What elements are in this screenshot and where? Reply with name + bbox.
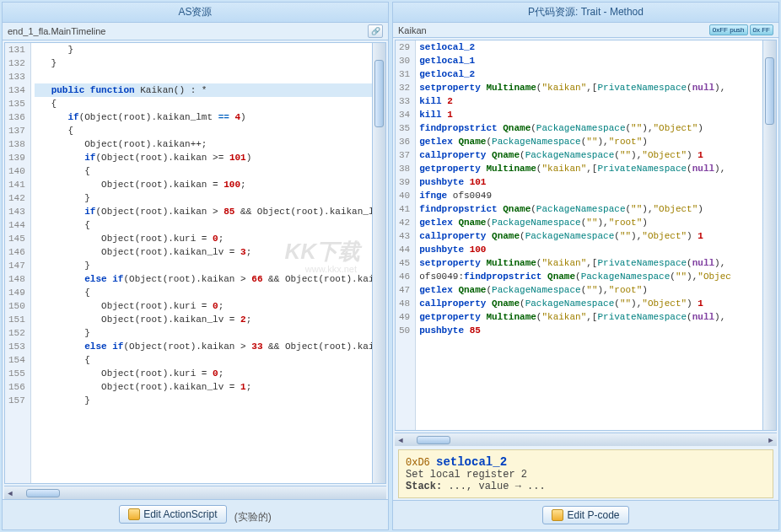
- code-line[interactable]: {: [35, 353, 385, 367]
- edit-as-label: Edit ActionScript: [143, 508, 217, 520]
- as-hscroll[interactable]: ◄: [4, 486, 386, 499]
- pcode-footer: Edit P-code: [393, 500, 778, 529]
- scrollbar-thumb[interactable]: [765, 57, 774, 125]
- code-line[interactable]: Object(root).kuri = 0;: [35, 367, 385, 380]
- edit-icon: [552, 509, 563, 521]
- pcode-panel-title: P代码资源: Trait - Method: [393, 3, 778, 23]
- code-line[interactable]: if(Object(root).kaikan > 85 && Object(ro…: [35, 205, 385, 218]
- pcode-line[interactable]: getlex Qname(PackageNamespace(""),"root"…: [419, 216, 776, 229]
- pcode-line[interactable]: findpropstrict Qname(PackageNamespace(""…: [419, 202, 776, 216]
- code-line[interactable]: }: [35, 191, 385, 205]
- code-line[interactable]: {: [35, 218, 385, 232]
- pcode-line[interactable]: getproperty Multiname("kaikan",[PrivateN…: [419, 310, 776, 324]
- pcode-line[interactable]: pushbyte 85: [419, 324, 776, 337]
- pcode-line[interactable]: callproperty Qname(PackageNamespace(""),…: [419, 229, 776, 243]
- pcode-line[interactable]: pushbyte 101: [419, 175, 776, 189]
- pcode-line[interactable]: getlocal_2: [419, 67, 776, 81]
- code-line[interactable]: if(Object(root).kaikan >= 101): [35, 151, 385, 164]
- info-stack-label: Stack:: [406, 481, 442, 492]
- as-footer: Edit ActionScript (实验的): [3, 499, 388, 529]
- code-line[interactable]: }: [35, 56, 385, 70]
- pcode-line[interactable]: ofs0049:findpropstrict Qname(PackageName…: [419, 270, 776, 283]
- pcode-sub-header: Kaikan 0xFF push0x FF: [393, 23, 778, 38]
- code-line[interactable]: if(Object(root).kaikan_lmt == 4): [35, 110, 385, 124]
- pcode-code-area[interactable]: 2930313233343536373839404142434445464748…: [395, 40, 777, 431]
- pcode-line[interactable]: ifnge ofs0049: [419, 189, 776, 202]
- pcode-line[interactable]: setproperty Multiname("kaikan",[PrivateN…: [419, 81, 776, 94]
- pcode-line[interactable]: getlocal_1: [419, 54, 776, 67]
- as-panel-title: AS资源: [3, 3, 388, 23]
- code-line[interactable]: }: [35, 326, 385, 340]
- code-line[interactable]: Object(root).kuri = 0;: [35, 232, 385, 245]
- as-sub-header: end_1_fla.MainTimeline 🔗: [3, 23, 388, 40]
- edit-pcode-button[interactable]: Edit P-code: [542, 506, 628, 524]
- edit-icon: [128, 508, 140, 520]
- info-offset: 0xD6: [406, 457, 430, 469]
- scrollbar-thumb[interactable]: [374, 60, 384, 127]
- pcode-code[interactable]: setlocal_2getlocal_1getlocal_2setpropert…: [416, 40, 776, 430]
- code-line[interactable]: }: [35, 259, 385, 272]
- hex-toggle-button[interactable]: 0x FF: [750, 24, 773, 35]
- pcode-line[interactable]: callproperty Qname(PackageNamespace(""),…: [419, 148, 776, 162]
- pcode-hscroll[interactable]: ◄►: [395, 433, 777, 446]
- code-line[interactable]: else if(Object(root).kaikan > 66 && Obje…: [35, 272, 385, 286]
- code-line[interactable]: {: [35, 164, 385, 178]
- as-source-panel: AS资源 end_1_fla.MainTimeline 🔗 1311321331…: [2, 2, 389, 530]
- pcode-line[interactable]: kill 1: [419, 108, 776, 121]
- pcode-line[interactable]: callproperty Qname(PackageNamespace(""),…: [419, 297, 776, 310]
- code-line[interactable]: Object(root).kaikan_lv = 2;: [35, 313, 385, 326]
- code-line[interactable]: {: [35, 124, 385, 137]
- code-line[interactable]: Object(root).kaikan_lv = 3;: [35, 245, 385, 259]
- instruction-info-box: 0xD6 setlocal_2 Set local register 2 Sta…: [398, 449, 773, 498]
- pcode-vscroll[interactable]: [762, 40, 776, 430]
- hex-buttons: 0xFF push0x FF: [709, 24, 773, 35]
- info-description: Set local register 2: [406, 469, 766, 481]
- code-line[interactable]: public function Kaikan() : *: [35, 83, 385, 97]
- as-gutter: 1311321331341351361371381391401411421431…: [5, 43, 31, 483]
- code-line[interactable]: [35, 70, 385, 83]
- hex-toggle-button[interactable]: 0xFF push: [709, 24, 748, 35]
- code-line[interactable]: Object(root).kaikan = 100;: [35, 178, 385, 191]
- edit-actionscript-button[interactable]: Edit ActionScript: [119, 505, 226, 524]
- info-instruction: setlocal_2: [436, 455, 507, 469]
- pcode-line[interactable]: pushbyte 100: [419, 243, 776, 256]
- scrollbar-thumb[interactable]: [26, 489, 60, 497]
- pcode-line[interactable]: kill 2: [419, 94, 776, 108]
- as-code-area[interactable]: 1311321331341351361371381391401411421431…: [4, 42, 386, 484]
- code-line[interactable]: Object(root).kuri = 0;: [35, 299, 385, 313]
- code-line[interactable]: }: [35, 394, 385, 407]
- as-class-path: end_1_fla.MainTimeline: [8, 26, 105, 36]
- edit-pcode-label: Edit P-code: [567, 509, 619, 521]
- pcode-gutter: 2930313233343536373839404142434445464748…: [396, 40, 416, 430]
- pcode-line[interactable]: getlex Qname(PackageNamespace(""),"root"…: [419, 135, 776, 148]
- pcode-line[interactable]: getproperty Multiname("kaikan",[PrivateN…: [419, 162, 776, 175]
- code-line[interactable]: }: [35, 43, 385, 56]
- pcode-method-name: Kaikan: [398, 25, 427, 35]
- pcode-line[interactable]: setlocal_2: [419, 40, 776, 54]
- pcode-line[interactable]: setproperty Multiname("kaikan",[PrivateN…: [419, 256, 776, 270]
- as-code[interactable]: } } public function Kaikan() : * { if(Ob…: [31, 43, 385, 483]
- code-line[interactable]: Object(root).kaikan_lv = 1;: [35, 380, 385, 394]
- pcode-line[interactable]: findpropstrict Qname(PackageNamespace(""…: [419, 121, 776, 135]
- code-line[interactable]: else if(Object(root).kaikan > 33 && Obje…: [35, 340, 385, 353]
- pcode-line[interactable]: getlex Qname(PackageNamespace(""),"root"…: [419, 283, 776, 297]
- link-icon[interactable]: 🔗: [368, 24, 383, 38]
- as-vscroll[interactable]: [372, 43, 385, 483]
- code-line[interactable]: {: [35, 97, 385, 110]
- pcode-panel: P代码资源: Trait - Method Kaikan 0xFF push0x…: [392, 2, 779, 530]
- code-line[interactable]: {: [35, 286, 385, 299]
- scrollbar-thumb[interactable]: [417, 436, 450, 444]
- edit-as-suffix: (实验的): [234, 511, 272, 523]
- info-stack-text: ..., value → ...: [442, 481, 545, 492]
- code-line[interactable]: Object(root).kaikan++;: [35, 137, 385, 151]
